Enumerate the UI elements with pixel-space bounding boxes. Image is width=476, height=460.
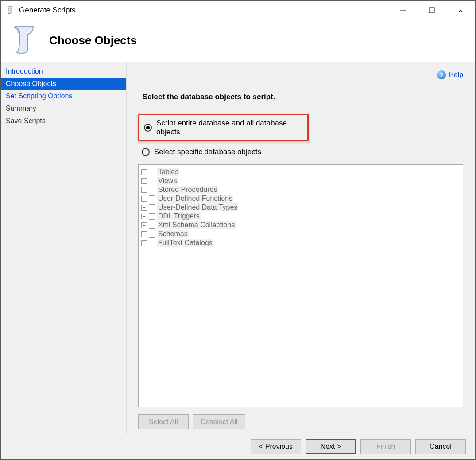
tree-label: Tables bbox=[157, 168, 179, 176]
main-panel: ? Help Select the database objects to sc… bbox=[127, 62, 475, 434]
tree-item-user-defined-functions[interactable]: + User-Defined Functions bbox=[140, 194, 461, 203]
checkbox[interactable] bbox=[149, 240, 155, 246]
checkbox[interactable] bbox=[149, 178, 155, 184]
titlebar: Generate Scripts bbox=[1, 1, 475, 19]
tree-item-tables[interactable]: + Tables bbox=[140, 168, 461, 176]
wizard-header: Choose Objects bbox=[1, 19, 475, 62]
radio-script-all[interactable]: Script entire database and all database … bbox=[138, 114, 309, 141]
tree-item-user-defined-data-types[interactable]: + User-Defined Data Types bbox=[140, 203, 461, 212]
window-controls bbox=[388, 1, 475, 19]
tree-label: DDL Triggers bbox=[157, 212, 201, 220]
tree-label: Views bbox=[157, 177, 178, 185]
tree-item-fulltext-catalogs[interactable]: + FullText Catalogs bbox=[140, 238, 461, 247]
window-title: Generate Scripts bbox=[19, 6, 388, 15]
sidebar-item-set-scripting-options[interactable]: Set Scripting Options bbox=[1, 90, 126, 102]
tree-item-ddl-triggers[interactable]: + DDL Triggers bbox=[140, 212, 461, 221]
tree-item-schemas[interactable]: + Schemas bbox=[140, 230, 461, 238]
radio-icon bbox=[142, 148, 150, 156]
tree-item-stored-procedures[interactable]: + Stored Procedures bbox=[140, 185, 461, 194]
sidebar-item-introduction[interactable]: Introduction bbox=[1, 65, 126, 78]
minimize-button[interactable] bbox=[388, 1, 417, 19]
tree-label: Xml Schema Collections bbox=[157, 221, 236, 229]
page-title: Choose Objects bbox=[49, 34, 137, 47]
expand-icon[interactable]: + bbox=[141, 196, 147, 202]
tree-label: Schemas bbox=[157, 230, 189, 238]
previous-button[interactable]: < Previous bbox=[251, 439, 301, 454]
object-tree[interactable]: + Tables + Views + Stored Procedures + bbox=[138, 164, 463, 407]
radio-icon bbox=[144, 124, 152, 132]
help-icon: ? bbox=[437, 70, 446, 79]
sidebar-item-save-scripts[interactable]: Save Scripts bbox=[1, 115, 126, 127]
wizard-window: Generate Scripts Choose Objects Introd bbox=[1, 1, 475, 459]
checkbox[interactable] bbox=[149, 231, 155, 238]
cancel-button[interactable]: Cancel bbox=[415, 439, 466, 454]
checkbox[interactable] bbox=[149, 204, 155, 211]
checkbox[interactable] bbox=[149, 169, 155, 175]
app-icon bbox=[6, 6, 15, 15]
select-all-button[interactable]: Select All bbox=[138, 414, 189, 429]
close-button[interactable] bbox=[446, 1, 475, 19]
expand-icon[interactable]: + bbox=[141, 178, 147, 184]
checkbox[interactable] bbox=[149, 213, 155, 220]
selection-buttons: Select All Deselect All bbox=[138, 414, 463, 429]
tree-item-xml-schema-collections[interactable]: + Xml Schema Collections bbox=[140, 221, 461, 230]
deselect-all-button[interactable]: Deselect All bbox=[193, 414, 245, 429]
wizard-body: Introduction Choose Objects Set Scriptin… bbox=[1, 62, 475, 434]
expand-icon[interactable]: + bbox=[141, 205, 147, 211]
sidebar: Introduction Choose Objects Set Scriptin… bbox=[1, 62, 127, 434]
tree-label: User-Defined Functions bbox=[157, 195, 233, 203]
help-link[interactable]: Help bbox=[449, 71, 463, 79]
checkbox[interactable] bbox=[149, 195, 155, 202]
expand-icon[interactable]: + bbox=[141, 214, 147, 219]
tree-label: User-Defined Data Types bbox=[157, 203, 238, 211]
radio-label: Script entire database and all database … bbox=[156, 119, 303, 136]
tree-label: FullText Catalogs bbox=[157, 239, 213, 247]
checkbox[interactable] bbox=[149, 222, 155, 229]
sidebar-item-choose-objects[interactable]: Choose Objects bbox=[1, 78, 126, 90]
svg-rect-1 bbox=[429, 8, 434, 13]
radio-label: Select specific database objects bbox=[154, 148, 261, 156]
next-button[interactable]: Next > bbox=[306, 439, 356, 454]
instruction-text: Select the database objects to script. bbox=[143, 93, 463, 101]
help-row: ? Help bbox=[138, 70, 463, 79]
tree-label: Stored Procedures bbox=[157, 186, 218, 194]
script-icon bbox=[10, 25, 38, 56]
sidebar-item-summary[interactable]: Summary bbox=[1, 102, 126, 115]
expand-icon[interactable]: + bbox=[141, 240, 147, 246]
checkbox[interactable] bbox=[149, 187, 155, 193]
maximize-button[interactable] bbox=[417, 1, 446, 19]
expand-icon[interactable]: + bbox=[141, 231, 147, 237]
expand-icon[interactable]: + bbox=[141, 187, 147, 193]
radio-select-specific[interactable]: Select specific database objects bbox=[138, 145, 463, 159]
expand-icon[interactable]: + bbox=[141, 169, 147, 175]
finish-button[interactable]: Finish bbox=[360, 439, 411, 454]
tree-item-views[interactable]: + Views bbox=[140, 176, 461, 185]
wizard-footer: < Previous Next > Finish Cancel bbox=[1, 434, 475, 459]
expand-icon[interactable]: + bbox=[141, 222, 147, 228]
